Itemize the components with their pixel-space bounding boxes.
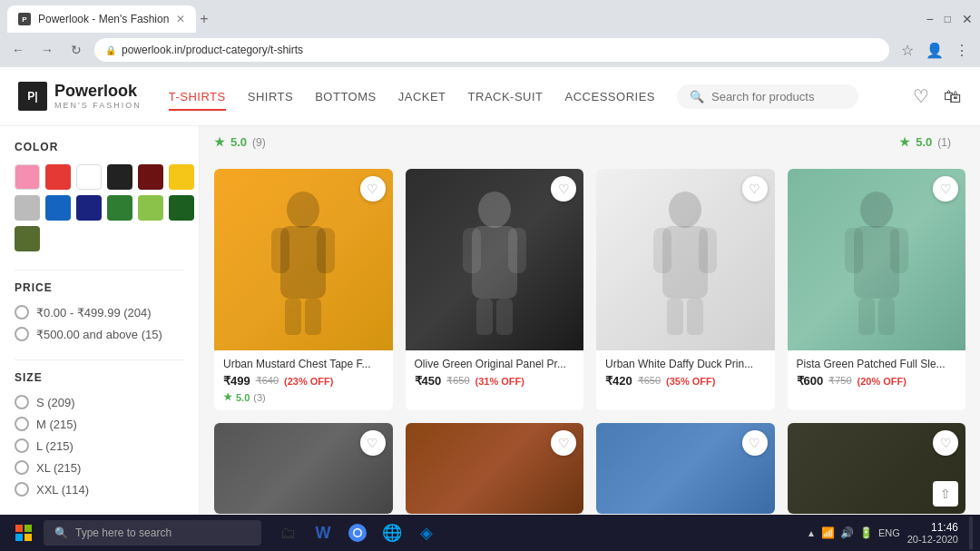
tab-close-button[interactable]: ✕ [176,13,185,25]
size-radio-l[interactable] [15,438,29,453]
size-radio-xxl[interactable] [15,482,29,497]
maximize-button[interactable]: □ [945,13,951,25]
price-option-1[interactable]: ₹0.00 - ₹499.99 (204) [15,305,184,320]
wishlist-btn-6[interactable]: ♡ [742,430,768,456]
cart-icon[interactable]: 🛍 [944,86,962,107]
product-card-7[interactable]: ♡ ⇧ [788,423,966,514]
wishlist-btn-5[interactable]: ♡ [551,430,576,456]
size-l[interactable]: L (215) [15,438,184,453]
size-radio-m[interactable] [15,417,29,431]
size-radio-xl[interactable] [15,460,29,475]
product-card-5[interactable]: ♡ [406,423,584,514]
product-price-3: ₹600 [797,374,824,388]
new-tab-button[interactable]: + [200,11,208,27]
minimize-button[interactable]: − [926,12,934,26]
size-label-s: S (209) [36,396,75,409]
search-input[interactable] [711,90,838,103]
size-xxl[interactable]: XXL (114) [15,482,184,497]
size-m[interactable]: M (215) [15,417,184,431]
product-img-7: ♡ ⇧ [788,423,966,514]
taskbar-app-chrome[interactable] [341,517,374,549]
product-card-6[interactable]: ♡ [596,423,775,514]
color-black[interactable] [107,164,132,190]
search-bar[interactable]: 🔍 [677,84,858,109]
wishlist-btn-2[interactable]: ♡ [742,176,768,202]
color-filter-title: COLOR [15,141,184,153]
wishlist-icon[interactable]: ♡ [913,85,929,107]
rating-right: ★ 5.0 (1) [899,135,951,149]
tray-arrow[interactable]: ▲ [807,528,816,538]
product-card-1[interactable]: ♡ Olive Green Original Panel Pr... ₹450 … [406,169,584,410]
size-s[interactable]: S (209) [15,395,184,409]
wishlist-btn-7[interactable]: ♡ [933,430,958,456]
header-icons: ♡ 🛍 [913,85,962,107]
product-price-2: ₹420 [605,374,632,388]
nav-accessories[interactable]: ACCESSORIES [565,86,655,107]
size-label-l: L (215) [36,439,74,453]
product-card-3[interactable]: ♡ Pista Green Patched Full Sle... ₹600 ₹… [788,169,966,410]
logo[interactable]: P| Powerlook MEN'S FASHION [18,82,142,111]
price-radio-1[interactable] [15,305,29,320]
color-navy[interactable] [76,195,102,221]
secure-icon: 🔒 [105,45,116,55]
extensions-button[interactable]: ⋮ [951,39,973,61]
size-label-xxl: XXL (114) [36,483,89,497]
color-blue[interactable] [45,195,71,221]
nav-jacket[interactable]: JACKET [398,86,446,107]
color-lightgray[interactable] [15,195,40,221]
color-white[interactable] [76,164,102,190]
wishlist-btn-3[interactable]: ♡ [933,176,958,202]
taskbar-app-vscode[interactable]: ◈ [410,517,443,549]
reload-button[interactable]: ↻ [65,39,87,61]
taskbar-app-word[interactable]: W [307,517,339,549]
size-xl[interactable]: XL (215) [15,460,184,475]
svg-rect-20 [845,228,863,273]
product-card-4[interactable]: ♡ [214,423,393,514]
nav-tshirts[interactable]: T-SHIRTS [169,86,226,107]
language-label: ENG [878,527,900,538]
price-radio-2[interactable] [15,327,29,341]
color-darkgreen[interactable] [169,195,194,221]
product-name-2: Urban White Daffy Duck Prin... [605,358,766,370]
show-desktop-button[interactable] [969,517,973,549]
nav-bottoms[interactable]: BOTTOMS [315,86,377,107]
forward-button[interactable]: → [36,39,58,61]
product-rating-val-0: 5.0 [236,392,250,403]
heart-icon-3: ♡ [940,182,952,196]
edge-icon: 🌐 [382,523,402,543]
address-bar[interactable]: 🔒 powerlook.in/product-category/t-shirts [94,38,889,62]
color-olive[interactable] [15,226,40,251]
close-button[interactable]: ✕ [962,12,973,26]
volume-icon[interactable]: 🔊 [840,526,854,539]
heart-icon-0: ♡ [367,182,378,196]
profile-button[interactable]: 👤 [924,39,946,61]
bookmark-button[interactable]: ☆ [897,39,918,61]
product-card-0[interactable]: ♡ Urban Mustard Chest Tape F... ₹499 ₹64… [214,169,393,410]
wishlist-btn-0[interactable]: ♡ [360,176,386,202]
color-lightgreen[interactable] [138,195,163,221]
size-radio-s[interactable] [15,395,29,409]
browser-tab[interactable]: P Powerlook - Men's Fashion ✕ [7,5,196,33]
back-button[interactable]: ← [7,39,29,61]
products-area: ★ 5.0 (9) ★ 5.0 (1) [200,126,980,551]
taskbar-app-edge[interactable]: 🌐 [376,517,408,549]
heart-icon-5: ♡ [558,436,570,450]
color-red[interactable] [45,164,71,190]
color-maroon[interactable] [138,164,163,190]
taskbar-app-explorer[interactable]: 🗂 [272,517,305,549]
product-card-2[interactable]: ♡ Urban White Daffy Duck Prin... ₹420 ₹6… [596,169,775,410]
nav-tracksuit[interactable]: TRACK-SUIT [468,86,544,107]
taskbar-search-bar[interactable]: 🔍 Type here to search [44,520,261,546]
price-option-2[interactable]: ₹500.00 and above (15) [15,327,184,341]
wishlist-btn-4[interactable]: ♡ [360,430,386,456]
nav-shirts[interactable]: SHIRTS [248,86,293,107]
scroll-top-button[interactable]: ⇧ [933,481,958,507]
svg-rect-2 [271,228,289,273]
wishlist-btn-1[interactable]: ♡ [551,176,576,202]
color-green[interactable] [107,195,132,221]
color-pink[interactable] [15,164,40,190]
color-yellow[interactable] [169,164,194,190]
svg-rect-3 [317,228,335,273]
start-button[interactable] [7,517,40,549]
main-nav: T-SHIRTS SHIRTS BOTTOMS JACKET TRACK-SUI… [169,84,898,109]
